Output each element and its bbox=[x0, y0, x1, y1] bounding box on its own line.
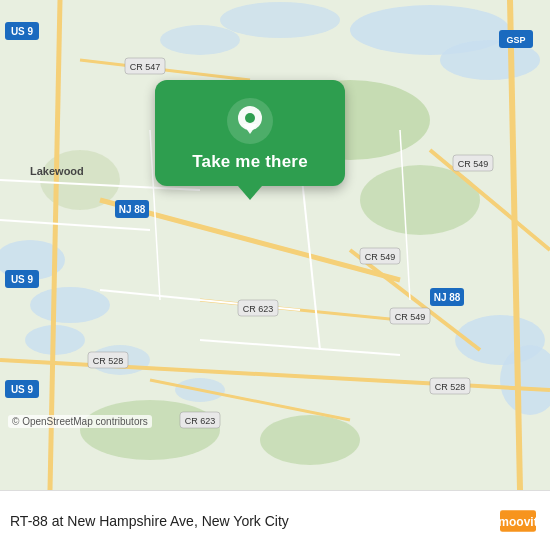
svg-text:GSP: GSP bbox=[506, 35, 525, 45]
svg-text:NJ 88: NJ 88 bbox=[434, 292, 461, 303]
svg-point-15 bbox=[260, 415, 360, 465]
svg-text:US 9: US 9 bbox=[11, 384, 34, 395]
svg-text:CR 623: CR 623 bbox=[243, 304, 274, 314]
map-attribution: © OpenStreetMap contributors bbox=[8, 415, 152, 428]
svg-text:CR 528: CR 528 bbox=[435, 382, 466, 392]
svg-text:moovit: moovit bbox=[500, 514, 536, 528]
svg-text:NJ 88: NJ 88 bbox=[119, 204, 146, 215]
svg-text:US 9: US 9 bbox=[11, 26, 34, 37]
svg-text:CR 547: CR 547 bbox=[130, 62, 161, 72]
svg-text:CR 528: CR 528 bbox=[93, 356, 124, 366]
svg-text:Lakewood: Lakewood bbox=[30, 165, 84, 177]
moovit-logo: moovit bbox=[500, 503, 536, 539]
moovit-logo-icon: moovit bbox=[500, 503, 536, 539]
svg-point-11 bbox=[160, 25, 240, 55]
svg-point-4 bbox=[30, 287, 110, 323]
svg-text:CR 549: CR 549 bbox=[365, 252, 396, 262]
bottom-bar: RT-88 at New Hampshire Ave, New York Cit… bbox=[0, 490, 550, 550]
location-text: RT-88 at New Hampshire Ave, New York Cit… bbox=[10, 513, 289, 529]
popup-card[interactable]: Take me there bbox=[155, 80, 345, 186]
svg-text:CR 623: CR 623 bbox=[185, 416, 216, 426]
svg-text:CR 549: CR 549 bbox=[458, 159, 489, 169]
location-pin-icon bbox=[227, 98, 273, 144]
svg-point-64 bbox=[245, 113, 255, 123]
svg-point-10 bbox=[220, 2, 340, 38]
map-container: US 9 US 9 US 9 NJ 88 NJ 88 CR 547 CR 528… bbox=[0, 0, 550, 490]
svg-text:CR 549: CR 549 bbox=[395, 312, 426, 322]
svg-point-14 bbox=[80, 400, 220, 460]
take-me-there-label: Take me there bbox=[192, 152, 308, 172]
svg-text:US 9: US 9 bbox=[11, 274, 34, 285]
